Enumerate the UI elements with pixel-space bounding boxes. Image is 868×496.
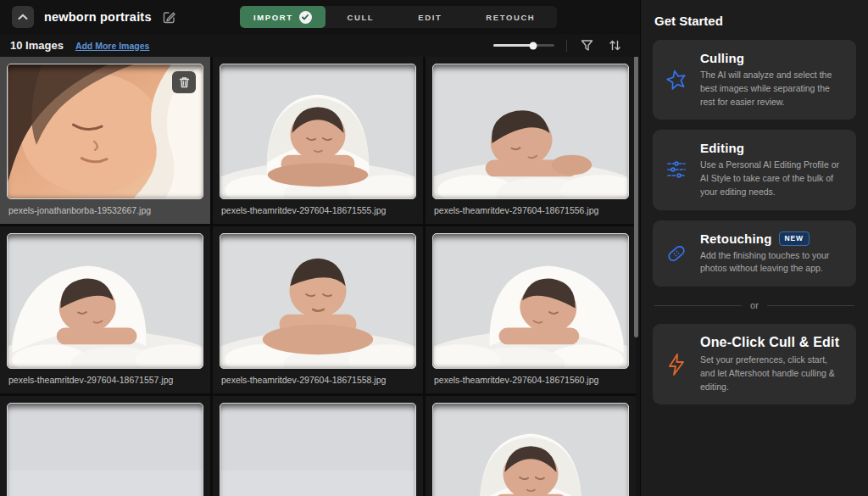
collapse-chevron-button[interactable] <box>12 6 34 28</box>
image-filename: pexels-theamritdev-297604-18671558.jpg <box>220 369 416 393</box>
image-cell[interactable] <box>213 396 423 496</box>
filter-button[interactable] <box>579 37 595 53</box>
bandage-icon <box>661 231 692 276</box>
chevron-up-icon <box>18 14 28 20</box>
star-icon <box>661 51 692 109</box>
card-description: Add the finishing touches to your photos… <box>700 249 844 276</box>
card-description: Use a Personal AI Editing Profile or AI … <box>700 159 844 198</box>
thumbnail-photo[interactable] <box>220 403 416 496</box>
image-cell[interactable]: pexels-theamritdev-297604-18671557.jpg <box>0 226 210 393</box>
image-grid: pexels-jonathanborba-19532667.jpg pexels… <box>0 57 640 496</box>
tab-cull[interactable]: CULL <box>326 6 397 28</box>
image-filename: pexels-theamritdev-297604-18671557.jpg <box>7 369 203 393</box>
card-title: One-Click Cull & Edit <box>700 335 839 350</box>
thumbnail-size-slider[interactable] <box>493 44 554 47</box>
tab-import-label: IMPORT <box>253 13 293 22</box>
retouching-card[interactable]: Retouching NEW Add the finishing touches… <box>653 220 856 287</box>
card-description: The AI will analyze and select the best … <box>700 69 844 109</box>
main-panel: newborn portraits IMPORT CULL EDIT RETOU… <box>0 0 640 496</box>
thumbnail-photo[interactable] <box>7 233 203 369</box>
tab-import[interactable]: IMPORT <box>240 6 326 28</box>
card-description: Set your preferences, click start, and l… <box>700 354 844 393</box>
sidebar-heading: Get Started <box>654 14 856 28</box>
image-cell[interactable]: pexels-theamritdev-297604-18671556.jpg <box>426 57 636 224</box>
one-click-cull-edit-card[interactable]: One-Click Cull & Edit Set your preferenc… <box>653 324 856 404</box>
pencil-icon <box>162 10 176 25</box>
editing-card[interactable]: Editing Use a Personal AI Editing Profil… <box>653 130 856 209</box>
or-divider: or <box>654 300 854 310</box>
import-complete-check-icon <box>299 11 312 24</box>
delete-image-button[interactable] <box>172 71 196 93</box>
get-started-sidebar: Get Started Culling The AI will analyze … <box>640 0 868 496</box>
thumbnail-photo[interactable] <box>432 233 629 369</box>
thumbnail-photo[interactable] <box>7 64 203 199</box>
thumbnail-photo[interactable] <box>432 403 629 496</box>
thumbnail-photo[interactable] <box>220 233 416 369</box>
thumbnail-photo[interactable] <box>7 403 203 496</box>
thumbnail-photo[interactable] <box>220 64 416 199</box>
image-filename: pexels-theamritdev-297604-18671555.jpg <box>220 199 416 224</box>
sort-button[interactable] <box>607 37 623 53</box>
image-filename: pexels-theamritdev-297604-18671560.jpg <box>432 369 629 393</box>
image-filename: pexels-jonathanborba-19532667.jpg <box>7 199 203 224</box>
workflow-tabs: IMPORT CULL EDIT RETOUCH <box>240 6 557 28</box>
culling-card[interactable]: Culling The AI will analyze and select t… <box>653 40 856 120</box>
thumbnail-photo[interactable] <box>432 64 629 199</box>
tab-retouch[interactable]: RETOUCH <box>464 6 557 28</box>
vertical-scrollbar[interactable] <box>634 57 638 337</box>
or-label: or <box>750 300 759 310</box>
new-badge: NEW <box>779 231 810 246</box>
image-cell[interactable]: pexels-theamritdev-297604-18671555.jpg <box>213 57 423 224</box>
slider-thumb[interactable] <box>529 42 537 49</box>
image-cell[interactable]: pexels-jonathanborba-19532667.jpg <box>0 57 210 224</box>
tab-edit[interactable]: EDIT <box>396 6 464 28</box>
sort-arrows-icon <box>609 39 621 52</box>
divider <box>566 40 567 52</box>
image-cell[interactable]: pexels-theamritdev-297604-18671560.jpg <box>426 226 636 393</box>
grid-header-bar: 10 Images Add More Images <box>0 34 640 57</box>
funnel-icon <box>581 39 593 52</box>
edit-title-button[interactable] <box>162 10 176 25</box>
top-bar: newborn portraits IMPORT CULL EDIT RETOU… <box>0 0 640 34</box>
image-count: 10 Images <box>10 39 64 52</box>
project-title: newborn portraits <box>44 10 152 24</box>
lightning-icon <box>661 335 692 393</box>
card-title: Retouching <box>700 231 772 246</box>
trash-icon <box>179 76 190 88</box>
sliders-icon <box>661 141 692 198</box>
slider-fill <box>493 44 533 47</box>
image-filename: pexels-theamritdev-297604-18671556.jpg <box>432 199 629 224</box>
image-cell[interactable] <box>426 396 636 496</box>
card-title: Editing <box>700 141 744 155</box>
image-cell[interactable]: pexels-theamritdev-297604-18671558.jpg <box>213 226 423 393</box>
add-more-images-link[interactable]: Add More Images <box>75 41 150 51</box>
card-title: Culling <box>700 51 744 65</box>
image-cell[interactable] <box>0 396 210 496</box>
